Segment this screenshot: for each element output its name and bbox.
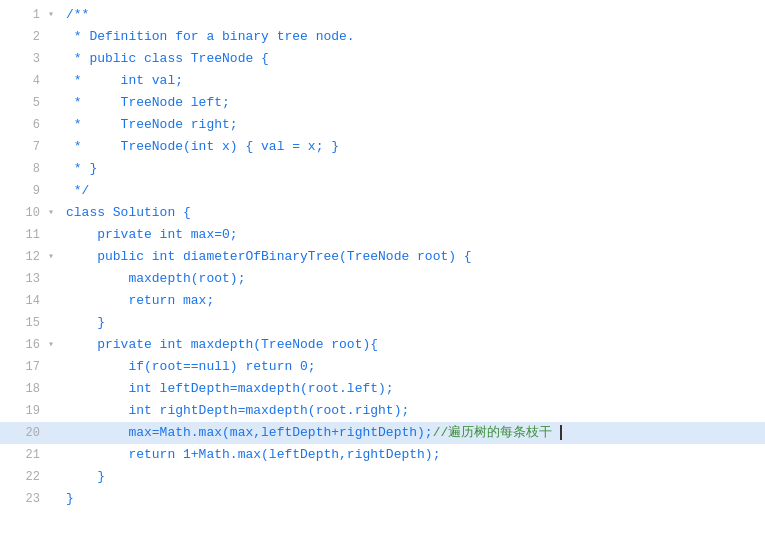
line-text-1: /** (62, 4, 89, 26)
code-line-19: 19 int rightDepth=maxdepth(root.right); (0, 400, 765, 422)
line-number-5: 5 (0, 92, 48, 114)
code-line-13: 13 maxdepth(root); (0, 268, 765, 290)
line-text-15: } (62, 312, 105, 334)
line-number-8: 8 (0, 158, 48, 180)
line-number-1: 1 (0, 4, 48, 26)
line-number-22: 22 (0, 466, 48, 488)
code-line-18: 18 int leftDepth=maxdepth(root.left); (0, 378, 765, 400)
line-text-20: max=Math.max(max,leftDepth+rightDepth);/… (62, 422, 562, 444)
code-line-20: 20 max=Math.max(max,leftDepth+rightDepth… (0, 422, 765, 444)
line-number-20: 20 (0, 422, 48, 444)
line-number-9: 9 (0, 180, 48, 202)
line-number-12: 12 (0, 246, 48, 268)
line-text-7: * TreeNode(int x) { val = x; } (62, 136, 339, 158)
line-text-13: maxdepth(root); (62, 268, 245, 290)
line-number-13: 13 (0, 268, 48, 290)
code-line-11: 11 private int max=0; (0, 224, 765, 246)
code-line-5: 5 * TreeNode left; (0, 92, 765, 114)
line-text-19: int rightDepth=maxdepth(root.right); (62, 400, 409, 422)
line-number-6: 6 (0, 114, 48, 136)
line-text-22: } (62, 466, 105, 488)
line-text-18: int leftDepth=maxdepth(root.left); (62, 378, 394, 400)
line-number-4: 4 (0, 70, 48, 92)
line-number-18: 18 (0, 378, 48, 400)
code-line-12: 12▾ public int diameterOfBinaryTree(Tree… (0, 246, 765, 268)
line-text-23: } (62, 488, 74, 510)
line-text-16: private int maxdepth(TreeNode root){ (62, 334, 378, 356)
line-text-11: private int max=0; (62, 224, 238, 246)
code-line-14: 14 return max; (0, 290, 765, 312)
line-number-11: 11 (0, 224, 48, 246)
line-number-21: 21 (0, 444, 48, 466)
line-text-10: class Solution { (62, 202, 191, 224)
line-text-21: return 1+Math.max(leftDepth,rightDepth); (62, 444, 440, 466)
code-line-15: 15 } (0, 312, 765, 334)
code-line-9: 9 */ (0, 180, 765, 202)
code-line-23: 23 } (0, 488, 765, 510)
line-text-6: * TreeNode right; (62, 114, 238, 136)
line-text-14: return max; (62, 290, 214, 312)
line-text-12: public int diameterOfBinaryTree(TreeNode… (62, 246, 472, 268)
code-line-3: 3 * public class TreeNode { (0, 48, 765, 70)
code-line-10: 10▾class Solution { (0, 202, 765, 224)
line-number-17: 17 (0, 356, 48, 378)
line-text-8: * } (62, 158, 97, 180)
code-line-4: 4 * int val; (0, 70, 765, 92)
line-text-2: * Definition for a binary tree node. (62, 26, 355, 48)
code-line-21: 21 return 1+Math.max(leftDepth,rightDept… (0, 444, 765, 466)
line-number-23: 23 (0, 488, 48, 510)
line-text-4: * int val; (62, 70, 183, 92)
line-number-2: 2 (0, 26, 48, 48)
line-number-16: 16 (0, 334, 48, 356)
code-line-17: 17 if(root==null) return 0; (0, 356, 765, 378)
code-line-2: 2 * Definition for a binary tree node. (0, 26, 765, 48)
line-text-3: * public class TreeNode { (62, 48, 269, 70)
fold-arrow-16[interactable]: ▾ (48, 334, 60, 356)
line-number-14: 14 (0, 290, 48, 312)
line-text-5: * TreeNode left; (62, 92, 230, 114)
code-line-8: 8 * } (0, 158, 765, 180)
fold-arrow-12[interactable]: ▾ (48, 246, 60, 268)
line-text-9: */ (62, 180, 89, 202)
code-area: 1▾/**2 * Definition for a binary tree no… (0, 0, 765, 514)
line-text-17: if(root==null) return 0; (62, 356, 316, 378)
code-line-16: 16▾ private int maxdepth(TreeNode root){ (0, 334, 765, 356)
code-line-22: 22 } (0, 466, 765, 488)
line-number-10: 10 (0, 202, 48, 224)
fold-arrow-10[interactable]: ▾ (48, 202, 60, 224)
code-line-6: 6 * TreeNode right; (0, 114, 765, 136)
code-line-7: 7 * TreeNode(int x) { val = x; } (0, 136, 765, 158)
fold-arrow-1[interactable]: ▾ (48, 4, 60, 26)
line-number-3: 3 (0, 48, 48, 70)
line-number-7: 7 (0, 136, 48, 158)
code-line-1: 1▾/** (0, 4, 765, 26)
line-number-19: 19 (0, 400, 48, 422)
code-editor: 1▾/**2 * Definition for a binary tree no… (0, 0, 765, 553)
line-number-15: 15 (0, 312, 48, 334)
